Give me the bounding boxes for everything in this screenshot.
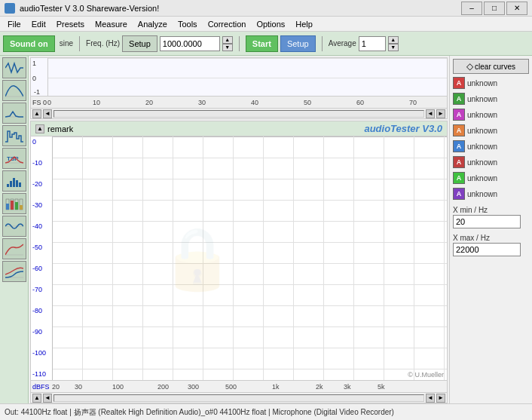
main-area: TSP <box>0 56 532 403</box>
freq-ylabel-90: -90 <box>32 328 42 336</box>
sidebar-spectrum-btn[interactable] <box>2 170 26 192</box>
status-text: Out: 44100Hz float | 扬声器 (Realtek High D… <box>5 407 394 418</box>
close-button[interactable]: ✕ <box>506 2 527 15</box>
time-scroll-right2[interactable]: ► <box>436 109 445 118</box>
svg-rect-11 <box>11 201 14 210</box>
avg-spin-up[interactable]: ▲ <box>388 36 399 44</box>
sidebar-tsp-btn[interactable]: TSP <box>2 148 26 169</box>
time-tick-60: 60 <box>356 99 364 106</box>
avg-spin-down[interactable]: ▼ <box>388 44 399 51</box>
curve-label-3: unknown <box>467 127 497 135</box>
curve-icon-5[interactable]: A <box>453 156 465 168</box>
maximize-button[interactable]: □ <box>484 2 505 15</box>
freq-xtick-5k: 5k <box>378 383 385 391</box>
freq-ylabel-80: -80 <box>32 307 42 314</box>
title-bar: audioTester V 3.0 Shareware-Version! – □… <box>0 0 532 17</box>
freq-scroll-up[interactable]: ▲ <box>32 394 41 403</box>
curve-label-5: unknown <box>467 158 497 167</box>
time-scroll-right[interactable]: ◄ <box>426 109 435 118</box>
curve-label-1: unknown <box>467 95 497 103</box>
toolbar-sep1 <box>79 36 80 51</box>
freq-spin-down[interactable]: ▼ <box>222 44 233 51</box>
sound-on-button[interactable]: Sound on <box>3 35 55 52</box>
freq-ylabel-0: 0 <box>32 138 36 146</box>
time-scroll-up[interactable]: ▲ <box>32 109 41 118</box>
freq-input[interactable] <box>160 36 220 51</box>
svg-rect-9 <box>6 204 9 210</box>
freq-ylabel-20: -20 <box>32 180 42 188</box>
menu-help[interactable]: Help <box>291 18 317 30</box>
menu-bar: File Edit Presets Measure Analyze Tools … <box>0 17 532 32</box>
curve-icon-3[interactable]: A <box>453 124 465 136</box>
sidebar-eq-btn[interactable] <box>2 216 26 237</box>
curve-row-2: A unknown <box>453 108 529 121</box>
time-scroll: ▲ ◄ ◄ ► <box>31 108 447 118</box>
curve-icon-7[interactable]: A <box>453 188 465 200</box>
sidebar-transfer-btn[interactable] <box>2 261 26 282</box>
svg-rect-4 <box>10 181 12 187</box>
menu-measure[interactable]: Measure <box>90 18 132 30</box>
avg-input[interactable] <box>359 36 386 51</box>
freq-chart-canvas: 0 -10 -20 -30 -40 -50 -60 -70 -80 -90 -1… <box>31 136 447 380</box>
curve-row-6: A unknown <box>453 171 529 185</box>
clear-curves-button[interactable]: ◇ clear curves <box>453 59 529 74</box>
time-scroll-left[interactable]: ◄ <box>43 109 52 118</box>
sidebar-curve2-btn[interactable] <box>2 125 26 146</box>
freq-ylabel-110: -110 <box>32 370 46 378</box>
menu-file[interactable]: File <box>3 18 26 30</box>
xmax-input[interactable] <box>453 243 521 256</box>
curve-row-3: A unknown <box>453 124 529 137</box>
setup2-button[interactable]: Setup <box>280 35 316 52</box>
start-button[interactable]: Start <box>246 35 278 52</box>
curve-label-0: unknown <box>467 79 497 87</box>
freq-scrollbar[interactable] <box>54 394 424 402</box>
sidebar-rta-btn[interactable] <box>2 238 26 259</box>
curve-icon-4[interactable]: A <box>453 140 465 152</box>
curve-icon-0[interactable]: A <box>453 77 465 89</box>
menu-correction[interactable]: Correction <box>203 18 251 30</box>
sidebar-curve1-btn[interactable] <box>2 103 26 124</box>
menu-analyze[interactable]: Analyze <box>133 18 172 30</box>
status-bar: Out: 44100Hz float | 扬声器 (Realtek High D… <box>0 403 532 420</box>
xmin-label: X min / Hz <box>453 206 529 214</box>
menu-presets[interactable]: Presets <box>52 18 89 30</box>
freq-xtick-3k: 3k <box>344 383 351 391</box>
freq-xtick-200: 200 <box>157 383 169 391</box>
time-tick-30: 30 <box>198 99 206 106</box>
svg-rect-3 <box>7 184 9 187</box>
freq-scroll-left[interactable]: ◄ <box>43 394 52 403</box>
menu-edit[interactable]: Edit <box>27 18 50 30</box>
curve-label-4: unknown <box>467 143 497 151</box>
freq-spin-up[interactable]: ▲ <box>222 36 233 44</box>
sidebar-envelope-btn[interactable] <box>2 80 26 101</box>
menu-options[interactable]: Options <box>252 18 289 30</box>
time-tick-0: 0 <box>47 99 51 106</box>
curve-label-6: unknown <box>467 174 497 182</box>
clear-curves-label: clear curves <box>475 63 515 71</box>
freq-scroll-right2[interactable]: ► <box>436 394 445 403</box>
curve-icon-6[interactable]: A <box>453 172 465 184</box>
toolbar-sep3 <box>322 36 323 51</box>
xmax-label: X max / Hz <box>453 234 529 242</box>
sidebar-waveform-btn[interactable] <box>2 57 26 78</box>
curve-icon-1[interactable]: A <box>453 93 465 105</box>
time-chart-area: 1 0 -1 // Will be drawn via inline style… <box>30 57 448 119</box>
minimize-button[interactable]: – <box>461 2 482 15</box>
freq-scroll-right[interactable]: ◄ <box>426 394 435 403</box>
freq-header-up[interactable]: ▲ <box>35 124 44 133</box>
freq-spinner[interactable]: ▲ ▼ <box>222 36 233 51</box>
time-tick-10: 10 <box>93 99 100 106</box>
time-scrollbar[interactable] <box>54 110 424 118</box>
curve-icon-2[interactable]: A <box>453 109 465 121</box>
curve-label-7: unknown <box>467 190 497 198</box>
time-chart-canvas: 1 0 -1 // Will be drawn via inline style <box>31 58 447 96</box>
freq-chart-header: ▲ remark audioTester V3.0 <box>31 121 447 136</box>
start-group: Start Setup <box>246 35 316 52</box>
dbfs-label: dBFS <box>32 383 50 391</box>
freq-ylabel-60: -60 <box>32 265 42 272</box>
avg-spinner[interactable]: ▲ ▼ <box>388 36 399 51</box>
xmin-input[interactable] <box>453 215 521 228</box>
menu-tools[interactable]: Tools <box>173 18 202 30</box>
setup-button[interactable]: Setup <box>122 35 157 52</box>
sidebar-bars-btn[interactable] <box>2 193 26 214</box>
